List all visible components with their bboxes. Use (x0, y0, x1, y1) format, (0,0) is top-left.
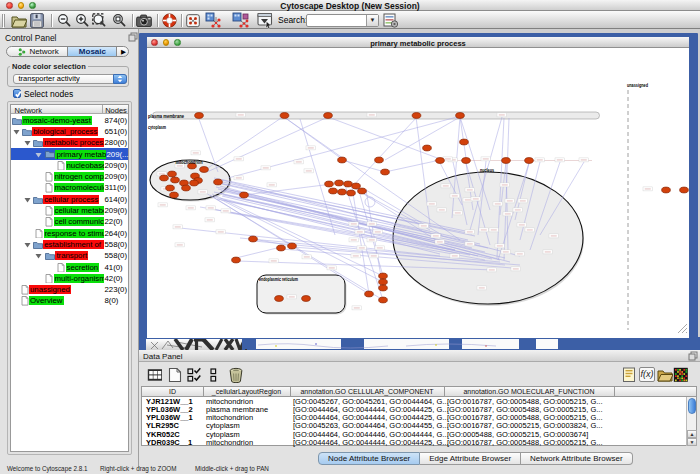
svg-text:endoplasmic reticulum: endoplasmic reticulum (259, 276, 298, 282)
svg-text:cytoplasm: cytoplasm (148, 124, 166, 130)
svg-text:mitochondrion: mitochondrion (176, 159, 203, 165)
svg-text:plasma membrane: plasma membrane (148, 113, 184, 119)
svg-text:unassigned: unassigned (627, 82, 648, 88)
svg-text:nucleus: nucleus (480, 167, 494, 173)
